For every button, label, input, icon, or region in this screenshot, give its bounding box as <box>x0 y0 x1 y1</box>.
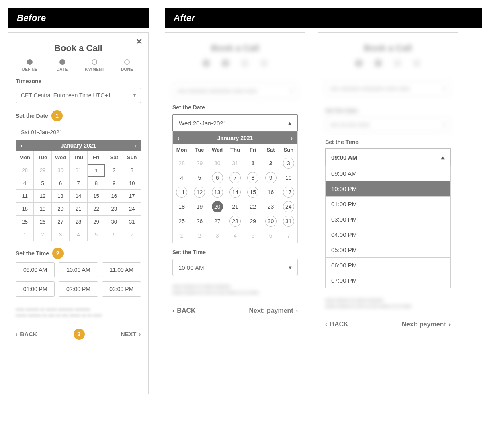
back-button[interactable]: ‹ BACK <box>325 321 348 328</box>
calendar-day[interactable]: 28 <box>226 214 244 228</box>
calendar-day[interactable]: 15 <box>88 190 105 203</box>
calendar-day[interactable]: 19 <box>191 199 208 214</box>
calendar-day[interactable]: 1 <box>88 164 105 177</box>
calendar-day[interactable]: 7 <box>226 170 244 185</box>
calendar-day[interactable]: 5 <box>34 177 51 190</box>
calendar-day[interactable]: 30 <box>52 164 70 177</box>
calendar-day[interactable]: 20 <box>52 203 70 216</box>
time-slot-button[interactable]: 10:00 AM <box>59 262 98 277</box>
timezone-select[interactable]: CET Central European Time UTC+1 <box>16 88 141 103</box>
calendar-day[interactable]: 8 <box>244 170 262 185</box>
calendar-day[interactable]: 25 <box>16 216 34 228</box>
calendar-day[interactable]: 8 <box>88 177 105 190</box>
calendar-day[interactable]: 2 <box>191 228 208 243</box>
calendar-day[interactable]: 5 <box>88 228 105 241</box>
calendar-day[interactable]: 12 <box>191 185 208 199</box>
calendar-day[interactable]: 28 <box>173 156 191 170</box>
calendar-day[interactable]: 27 <box>209 214 226 228</box>
calendar-day[interactable]: 23 <box>105 203 123 216</box>
time-select[interactable]: 10:00 AM <box>172 259 298 276</box>
calendar-day[interactable]: 21 <box>70 203 87 216</box>
calendar-day[interactable]: 30 <box>209 156 226 170</box>
calendar-day[interactable]: 13 <box>52 190 70 203</box>
calendar-day[interactable]: 11 <box>16 190 34 203</box>
calendar-day[interactable]: 1 <box>173 228 191 243</box>
calendar-day[interactable]: 23 <box>262 199 279 214</box>
calendar-day[interactable]: 1 <box>16 228 34 241</box>
next-button[interactable]: NEXT › <box>121 331 141 337</box>
calendar-day[interactable]: 31 <box>70 164 87 177</box>
time-option[interactable]: 09:00 AM <box>326 166 450 181</box>
time-option[interactable]: 07:00 PM <box>326 273 450 288</box>
calendar-day[interactable]: 17 <box>123 190 141 203</box>
calendar-day[interactable]: 31 <box>226 156 244 170</box>
calendar-day[interactable]: 2 <box>262 156 279 170</box>
calendar-day[interactable]: 26 <box>34 216 51 228</box>
calendar-day[interactable]: 15 <box>244 185 262 199</box>
calendar-day[interactable]: 5 <box>244 228 262 243</box>
prev-month-icon[interactable]: ‹ <box>176 135 181 141</box>
calendar-day[interactable]: 16 <box>262 185 279 199</box>
calendar-day[interactable]: 27 <box>52 216 70 228</box>
calendar-day[interactable]: 2 <box>34 228 51 241</box>
calendar-day[interactable]: 3 <box>209 228 226 243</box>
calendar-day[interactable]: 14 <box>226 185 244 199</box>
time-option[interactable]: 10:00 PM <box>326 181 450 197</box>
calendar-day[interactable]: 31 <box>280 214 297 228</box>
calendar-day[interactable]: 10 <box>123 177 141 190</box>
time-option[interactable]: 04:00 PM <box>326 227 450 242</box>
close-icon[interactable]: ✕ <box>135 37 143 47</box>
time-option[interactable]: 06:00 PM <box>326 258 450 273</box>
prev-month-icon[interactable]: ‹ <box>19 142 24 149</box>
calendar-day[interactable]: 29 <box>88 216 105 228</box>
calendar-day[interactable]: 28 <box>70 216 87 228</box>
calendar-day[interactable]: 16 <box>105 190 123 203</box>
time-slot-button[interactable]: 02:00 PM <box>59 281 98 297</box>
calendar-day[interactable]: 5 <box>191 170 208 185</box>
calendar-day[interactable]: 12 <box>34 190 51 203</box>
calendar-day[interactable]: 4 <box>70 228 87 241</box>
calendar-day[interactable]: 3 <box>123 164 141 177</box>
calendar-day[interactable]: 18 <box>16 203 34 216</box>
calendar-day[interactable]: 29 <box>191 156 208 170</box>
calendar-day[interactable]: 9 <box>105 177 123 190</box>
calendar-day[interactable]: 20 <box>209 199 226 214</box>
calendar-day[interactable]: 1 <box>244 156 262 170</box>
calendar-day[interactable]: 19 <box>34 203 51 216</box>
time-slot-button[interactable]: 01:00 PM <box>16 281 55 297</box>
calendar-day[interactable]: 30 <box>105 216 123 228</box>
calendar-day[interactable]: 4 <box>16 177 34 190</box>
calendar-day[interactable]: 30 <box>262 214 279 228</box>
date-input[interactable]: Sat 01-Jan-2021 <box>16 125 141 140</box>
calendar-day[interactable]: 2 <box>105 164 123 177</box>
calendar-day[interactable]: 7 <box>70 177 87 190</box>
calendar-day[interactable]: 29 <box>244 214 262 228</box>
calendar-day[interactable]: 3 <box>280 156 297 170</box>
calendar-day[interactable]: 10 <box>280 170 297 185</box>
calendar-day[interactable]: 25 <box>173 214 191 228</box>
calendar-day[interactable]: 28 <box>16 164 34 177</box>
time-option[interactable]: 03:00 PM <box>326 212 450 227</box>
date-dropdown[interactable]: Wed 20-Jan-2021 <box>172 114 298 132</box>
time-dropdown-header[interactable]: 09:00 AM <box>325 148 451 166</box>
calendar-day[interactable]: 13 <box>209 185 226 199</box>
time-slot-button[interactable]: 03:00 PM <box>102 281 141 297</box>
calendar-day[interactable]: 26 <box>191 214 208 228</box>
next-month-icon[interactable]: › <box>133 142 138 149</box>
calendar-day[interactable]: 29 <box>34 164 51 177</box>
next-button[interactable]: Next: payment › <box>249 307 298 314</box>
calendar-day[interactable]: 21 <box>226 199 244 214</box>
calendar-day[interactable]: 7 <box>280 228 297 243</box>
calendar-day[interactable]: 24 <box>123 203 141 216</box>
calendar-day[interactable]: 22 <box>88 203 105 216</box>
calendar-day[interactable]: 24 <box>280 199 297 214</box>
calendar-day[interactable]: 6 <box>52 177 70 190</box>
next-month-icon[interactable]: › <box>289 135 294 141</box>
calendar-day[interactable]: 11 <box>173 185 191 199</box>
back-button[interactable]: ‹ BACK <box>16 331 37 337</box>
calendar-day[interactable]: 6 <box>262 228 279 243</box>
time-slot-button[interactable]: 09:00 AM <box>16 262 55 277</box>
calendar-day[interactable]: 3 <box>52 228 70 241</box>
calendar-day[interactable]: 9 <box>262 170 279 185</box>
time-slot-button[interactable]: 11:00 AM <box>102 262 141 277</box>
